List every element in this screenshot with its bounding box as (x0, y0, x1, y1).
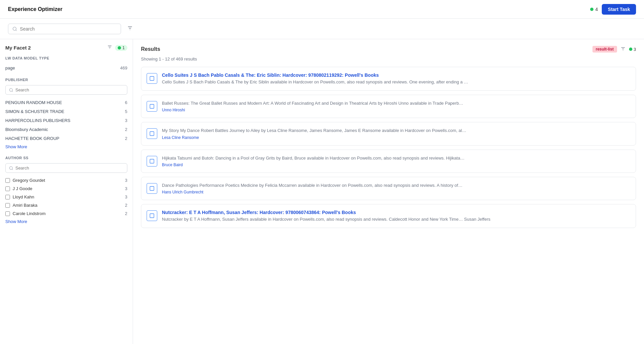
author-search-icon (9, 166, 13, 171)
result-card-2: Ballet Russes: The Great Ballet Russes a… (141, 95, 636, 118)
facet-section-publisher: PUBLISHER PENGUIN RANDOM HOUSE 6 SIMON &… (5, 78, 127, 151)
global-search-input[interactable] (20, 26, 117, 32)
sidebar-count: 1 (122, 46, 125, 50)
svg-line-1 (16, 30, 17, 31)
result-author-2[interactable]: Unno Hiroshi (162, 108, 630, 112)
svg-rect-17 (150, 132, 154, 136)
main-layout: My Facet 2 1 LW DATA MODEL TYPE page 469 (0, 39, 644, 344)
facet-publisher-count: 3 (125, 118, 127, 123)
header-right: 4 Start Task (590, 4, 636, 15)
result-list-badge: result-list (592, 46, 617, 53)
svg-rect-19 (150, 186, 154, 190)
author-checkbox-label-4[interactable]: Amiri Baraka (5, 203, 37, 208)
page-icon (149, 213, 155, 218)
result-author-4[interactable]: Bruce Baird (162, 163, 630, 167)
author-count-4: 2 (125, 203, 127, 208)
author-checkbox-1[interactable] (5, 178, 10, 183)
results-showing-text: Showing 1 - 12 of 469 results (141, 57, 636, 61)
author-checkbox-row-1: Gregory Gourdet 3 (5, 176, 127, 184)
result-card-5: Dance Pathologies Performance Poetics Me… (141, 177, 636, 200)
sidebar-header-right: 1 (107, 45, 127, 51)
svg-rect-18 (150, 159, 154, 163)
author-search-input[interactable] (15, 166, 124, 171)
author-checkbox-row-3: Lloyd Kahn 3 (5, 193, 127, 201)
result-icon-5 (147, 183, 157, 194)
author-checkbox-row-2: J J Goode 3 (5, 184, 127, 193)
author-checkbox-4[interactable] (5, 203, 10, 208)
results-panel: Results result-list 3 Showing 1 - 12 of … (133, 39, 644, 344)
author-search-wrapper (5, 163, 127, 173)
result-desc-1: Cello Suites J S Bach Pablo Casals & The… (162, 79, 630, 85)
result-content-6: Nutcracker: E T A Hoffmann, Susan Jeffer… (162, 210, 630, 222)
result-title-1[interactable]: Cello Suites J S Bach Pablo Casals & The… (162, 72, 630, 78)
result-author-5[interactable]: Hans Ulrich Gumbrecht (162, 190, 630, 194)
facet-row-hachette: HACHETTE BOOK GROUP 2 (5, 134, 127, 143)
sidebar-count-badge: 1 (115, 45, 127, 51)
svg-point-0 (13, 27, 16, 30)
app-title: Experience Optimizer (8, 6, 63, 12)
results-count: 3 (634, 47, 636, 52)
result-desc-3: My Story My Dance Robert Battles Journey… (162, 128, 630, 134)
sidebar: My Facet 2 1 LW DATA MODEL TYPE page 469 (0, 39, 133, 344)
facet-item-count: 469 (120, 65, 127, 70)
header: Experience Optimizer 4 Start Task (0, 0, 644, 19)
author-checkbox-label-2[interactable]: J J Goode (5, 186, 32, 191)
result-content-4: Hijikata Tatsumi and Butoh: Dancing in a… (162, 155, 630, 167)
publisher-search-input[interactable] (15, 87, 124, 92)
global-search-wrapper (8, 24, 121, 34)
svg-line-9 (12, 91, 13, 91)
author-checkbox-3[interactable] (5, 195, 10, 199)
page-icon (149, 104, 155, 109)
facet-row-page: page 469 (5, 63, 127, 72)
svg-point-10 (10, 167, 13, 170)
sidebar-header: My Facet 2 1 (5, 45, 127, 51)
search-icon (12, 26, 17, 32)
facet-publisher-name: Bloomsbury Academic (5, 127, 48, 132)
result-icon-3 (147, 128, 157, 139)
publisher-show-more-button[interactable]: Show More (5, 143, 27, 151)
result-card-1: Cello Suites J S Bach Pablo Casals & The… (141, 67, 636, 91)
result-card-4: Hijikata Tatsumi and Butoh: Dancing in a… (141, 150, 636, 173)
result-content-2: Ballet Russes: The Great Ballet Russes a… (162, 100, 630, 112)
facet-label-author: AUTHOR SS (5, 156, 127, 160)
author-checkbox-label-1[interactable]: Gregory Gourdet (5, 178, 45, 183)
facet-publisher-count: 5 (125, 109, 127, 114)
result-title-6[interactable]: Nutcracker: E T A Hoffmann, Susan Jeffer… (162, 210, 630, 215)
sidebar-filter-icon (107, 45, 112, 50)
author-count-5: 2 (125, 211, 127, 216)
status-dot (590, 8, 593, 11)
facet-publisher-name: HARPERCOLLINS PUBLISHERS (5, 118, 70, 123)
results-title: Results (141, 46, 160, 52)
author-checkbox-label-5[interactable]: Carole Lindstrom (5, 211, 46, 216)
sidebar-status-dot (118, 46, 121, 50)
author-checkbox-row-5: Carole Lindstrom 2 (5, 209, 127, 218)
sidebar-filter-button[interactable] (107, 45, 112, 51)
start-task-button[interactable]: Start Task (602, 4, 636, 15)
author-count-3: 3 (125, 194, 127, 199)
author-show-more-button[interactable]: Show More (5, 218, 27, 225)
facet-label-publisher: PUBLISHER (5, 78, 127, 82)
svg-line-11 (12, 169, 13, 170)
svg-rect-16 (150, 104, 154, 108)
svg-rect-20 (150, 214, 154, 218)
result-icon-1 (147, 73, 157, 84)
author-checkbox-5[interactable] (5, 211, 10, 216)
facet-publisher-name: HACHETTE BOOK GROUP (5, 136, 60, 141)
facet-item-name: page (5, 65, 15, 70)
result-icon-4 (147, 156, 157, 167)
author-checkbox-2[interactable] (5, 186, 10, 191)
result-desc-6: Nutcracker by E T A Hoffmann, Susan Jeff… (162, 216, 630, 222)
result-author-3[interactable]: Lesa Cline Ransome (162, 135, 630, 140)
result-desc-4: Hijikata Tatsumi and Butoh: Dancing in a… (162, 155, 630, 161)
global-filter-button[interactable] (125, 23, 135, 34)
results-status-dot (629, 48, 632, 51)
results-filter-button[interactable] (620, 46, 626, 53)
author-checkbox-label-3[interactable]: Lloyd Kahn (5, 194, 34, 199)
publisher-search-icon (9, 88, 13, 92)
result-card-6: Nutcracker: E T A Hoffmann, Susan Jeffer… (141, 204, 636, 228)
result-card-3: My Story My Dance Robert Battles Journey… (141, 122, 636, 145)
sidebar-title: My Facet 2 (5, 45, 31, 51)
facet-section-author: AUTHOR SS Gregory Gourdet 3 J J Goode 3 (5, 156, 127, 225)
page-icon (149, 186, 155, 191)
facet-section-data-model-type: LW DATA MODEL TYPE page 469 (5, 56, 127, 72)
